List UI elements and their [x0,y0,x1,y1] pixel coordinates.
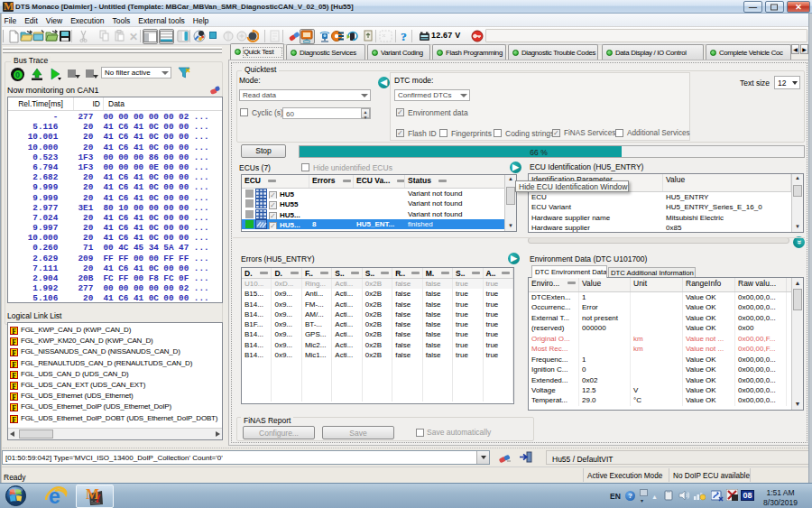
svg-text:M: M [86,486,99,502]
